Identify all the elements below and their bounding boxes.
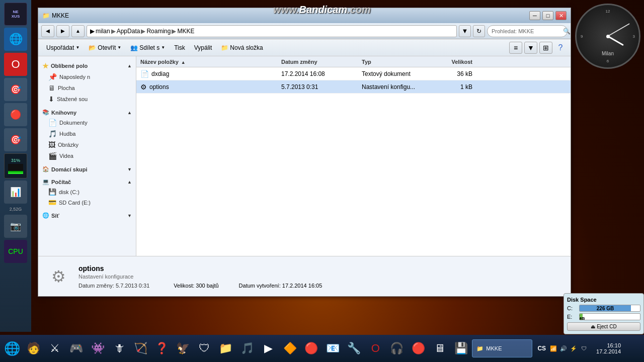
refresh-button[interactable]: ↻ bbox=[473, 25, 485, 37]
taskbar-app-icon-6[interactable]: 🔧 bbox=[344, 337, 364, 359]
search-input[interactable] bbox=[492, 28, 561, 34]
taskbar-app-icon-8[interactable]: 🔴 bbox=[408, 337, 428, 359]
favorites-icon: ★ bbox=[42, 62, 49, 70]
sidebar-item-pictures[interactable]: 🖼 Obrázky bbox=[38, 139, 136, 150]
music-icon: 🎵 bbox=[48, 130, 57, 138]
taskbar-app-icon-5[interactable]: 📧 bbox=[323, 337, 343, 359]
up-button[interactable]: ▲ bbox=[71, 25, 85, 37]
app-icon-4[interactable]: 📊 bbox=[4, 180, 27, 204]
sidebar-item-sd-card[interactable]: 💳 SD Card (E:) bbox=[38, 197, 136, 208]
breadcrumb-part-2[interactable]: Roaming bbox=[146, 28, 171, 35]
col-type-header[interactable]: Typ bbox=[362, 59, 432, 65]
sidebar-item-documents[interactable]: 📄 Dokumenty bbox=[38, 117, 136, 128]
sidebar-item-music[interactable]: 🎵 Hudba bbox=[38, 128, 136, 139]
sidebar-item-videos[interactable]: 🎬 Videa bbox=[38, 150, 136, 161]
taskbar-game-icon-4[interactable]: 🗡 bbox=[109, 337, 129, 359]
new-folder-button[interactable]: 📁 Nová složka bbox=[217, 41, 267, 54]
taskbar-clock[interactable]: 16:10 17.2.2014 bbox=[592, 342, 625, 354]
file-type-0: Textový dokument bbox=[362, 70, 432, 77]
taskbar-game-icon-3[interactable]: 👾 bbox=[88, 337, 108, 359]
breadcrumb-part-3[interactable]: MKKE bbox=[177, 28, 194, 35]
taskbar-avatar-icon[interactable]: 🧑 bbox=[23, 337, 43, 359]
taskbar-disk-icon[interactable]: 💾 bbox=[451, 337, 471, 359]
libraries-header[interactable]: 📚 Knihovny ▲ bbox=[38, 108, 136, 117]
search-icon[interactable]: 🔍 bbox=[563, 28, 571, 35]
view-list-button[interactable]: ≡ bbox=[509, 42, 522, 54]
disk-c-nav-label: disk (C:) bbox=[59, 189, 79, 195]
sidebar-item-desktop[interactable]: 🖥 Plocha bbox=[38, 82, 136, 94]
app-icon-2[interactable]: 🔴 bbox=[4, 103, 27, 126]
close-button[interactable]: ✕ bbox=[555, 11, 567, 20]
taskbar-game-icon-2[interactable]: 🎮 bbox=[66, 337, 86, 359]
computer-header[interactable]: 💻 Počítač ▲ bbox=[38, 177, 136, 187]
maximize-button[interactable]: □ bbox=[542, 11, 553, 20]
file-name-cell-1: ⚙ options bbox=[140, 83, 281, 91]
taskbar-app-icon-7[interactable]: 🎧 bbox=[386, 337, 407, 359]
view-dropdown-button[interactable]: ▼ bbox=[524, 42, 537, 54]
eject-button[interactable]: ⏏ Eject CD bbox=[567, 322, 640, 331]
opera-icon[interactable]: O bbox=[4, 53, 27, 76]
taskbar-app-icon-2[interactable]: 🦅 bbox=[173, 337, 193, 359]
taskbar-question-icon[interactable]: ❓ bbox=[151, 337, 172, 359]
print-button[interactable]: Tisk bbox=[170, 41, 189, 54]
app-icon-1[interactable]: 🎯 bbox=[4, 78, 27, 101]
back-button[interactable]: ◄ bbox=[41, 25, 54, 37]
taskbar-music-icon[interactable]: 🎵 bbox=[237, 337, 257, 359]
taskbar-media-icon[interactable]: ▶ bbox=[259, 337, 279, 359]
forward-button[interactable]: ► bbox=[56, 25, 69, 37]
tray-icon-sound[interactable]: 🔊 bbox=[559, 344, 568, 353]
col-name-header[interactable]: Název položky ▲ bbox=[140, 59, 281, 65]
downloads-icon: ⬇ bbox=[48, 95, 54, 103]
breadcrumb-part-0[interactable]: milan bbox=[96, 28, 110, 35]
libraries-icon: 📚 bbox=[42, 109, 49, 116]
breadcrumb-part-1[interactable]: AppData bbox=[117, 28, 140, 35]
app-icon-3[interactable]: 🎯 bbox=[4, 128, 27, 151]
help-button[interactable]: ? bbox=[554, 42, 567, 54]
ie-icon[interactable]: 🌐 bbox=[4, 28, 27, 51]
taskbar-vlc-icon[interactable]: 🔶 bbox=[280, 337, 300, 359]
taskbar-game-icon-1[interactable]: ⚔ bbox=[45, 337, 65, 359]
sidebar-item-downloads[interactable]: ⬇ Stažené sou bbox=[38, 94, 136, 105]
table-row[interactable]: 📄 dxdiag 17.2.2014 16:08 Textový dokumen… bbox=[136, 67, 571, 80]
language-indicator[interactable]: CS bbox=[535, 344, 548, 353]
table-row[interactable]: ⚙ options 5.7.2013 0:31 Nastavení konfig… bbox=[136, 80, 571, 94]
share-button[interactable]: 👥 Sdílet s ▼ bbox=[126, 41, 169, 54]
taskbar-app-icon-1[interactable]: 🏹 bbox=[130, 337, 150, 359]
open-button[interactable]: 📂 Otevřít ▼ bbox=[85, 41, 125, 54]
taskbar-screen-icon[interactable]: 🖥 bbox=[429, 337, 449, 359]
dropdown-button[interactable]: ▼ bbox=[459, 25, 471, 37]
favorites-label: Oblíbené polo bbox=[51, 63, 88, 69]
file-date-0: 17.2.2014 16:08 bbox=[281, 70, 362, 77]
camera-icon[interactable]: 📷 bbox=[4, 215, 27, 238]
taskbar-folder-icon[interactable]: 📁 bbox=[216, 337, 236, 359]
disk-e-label: E: bbox=[567, 314, 577, 320]
file-name-cell-0: 📄 dxdiag bbox=[140, 70, 281, 78]
burn-label: Vypálit bbox=[194, 44, 212, 51]
nexus-icon[interactable]: NE XUS bbox=[4, 3, 27, 26]
tray-icon-battery[interactable]: ⚡ bbox=[569, 344, 578, 353]
col-size-header[interactable]: Velikost bbox=[432, 59, 472, 65]
sidebar-item-disk-c[interactable]: 💾 disk (C:) bbox=[38, 187, 136, 197]
homegroup-header[interactable]: 🏠 Domácí skupi ▼ bbox=[38, 164, 136, 174]
col-date-header[interactable]: Datum změny bbox=[281, 59, 362, 65]
network-header[interactable]: 🌐 Síť ▼ bbox=[38, 211, 136, 220]
taskbar-active-window[interactable]: 📁 MKKE bbox=[472, 339, 532, 357]
organize-button[interactable]: Uspořádat ▼ bbox=[42, 41, 84, 54]
burn-button[interactable]: Vypálit bbox=[190, 41, 216, 54]
libraries-label: Knihovny bbox=[51, 110, 76, 116]
taskbar-app-icon-4[interactable]: 🔴 bbox=[301, 337, 321, 359]
sidebar-item-recent[interactable]: 📌 Naposledy n bbox=[38, 71, 136, 82]
tray-icon-security[interactable]: 🛡 bbox=[579, 344, 588, 353]
breadcrumb[interactable]: ▶ milan ▶ AppData ▶ Roaming ▶ MKKE bbox=[87, 25, 457, 37]
show-desktop-button[interactable] bbox=[627, 337, 642, 359]
view-tiles-button[interactable]: ⊞ bbox=[539, 42, 552, 54]
disk-widget-title: Disk Space bbox=[567, 297, 640, 303]
favorites-header[interactable]: ★ Oblíbené polo ▲ bbox=[38, 60, 136, 71]
taskbar-app-icon-3[interactable]: 🛡 bbox=[194, 337, 214, 359]
tray-icon-network[interactable]: 📶 bbox=[549, 344, 558, 353]
taskbar-ie-icon[interactable]: 🌐 bbox=[2, 337, 22, 359]
cpu-icon[interactable]: CPU bbox=[4, 240, 27, 263]
taskbar-opera-icon[interactable]: O bbox=[365, 337, 385, 359]
minimize-button[interactable]: ─ bbox=[529, 11, 540, 20]
toolbar-right: ≡ ▼ ⊞ ? bbox=[509, 42, 567, 54]
